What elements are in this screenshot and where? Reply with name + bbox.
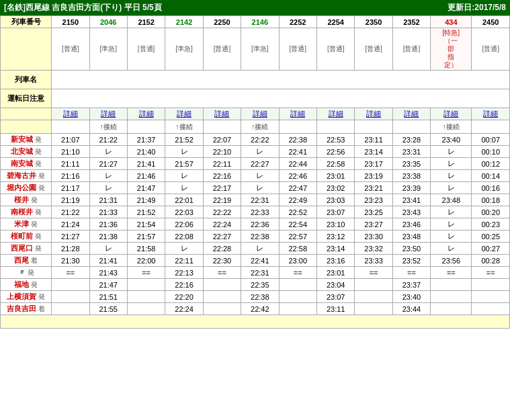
type-2150: [普通]	[52, 28, 89, 71]
detail-2146[interactable]: 詳細	[241, 108, 279, 120]
train-num-2254: 2254	[316, 16, 354, 28]
station-name-sakuramachi: 桜町前 発	[1, 230, 52, 243]
station-row-shinsiro: 新安城 発 21:07 21:22 21:37 21:52 22:07 22:2…	[1, 134, 510, 146]
bottom-spacer	[1, 315, 510, 329]
type-2352: [普通]	[392, 28, 430, 71]
detail-2046[interactable]: 詳細	[89, 108, 127, 120]
train-number-label: 列車番号	[1, 16, 52, 28]
station-row-hekkaikoi: 碧海古井 発 21:16 レ 21:46 レ 22:16 レ 22:46 23:…	[1, 170, 510, 182]
detail-434[interactable]: 詳細	[431, 108, 472, 120]
page-title: [名鉄]西尾線 吉良吉田方面(下り) 平日 5/5頁	[4, 2, 162, 13]
station-name-nishio-dep: 〃 発	[1, 267, 52, 279]
train-num-434: 434	[431, 16, 472, 28]
detail-2250[interactable]: 詳細	[203, 108, 241, 120]
detail-2152[interactable]: 詳細	[127, 108, 165, 120]
conn-2352	[392, 120, 430, 134]
station-row-nishioguchi: 西尾口 発 21:28 レ 21:58 レ 22:28 レ 22:58 23:1…	[1, 243, 510, 255]
station-row-horiuchi: 堀内公園 発 21:17 レ 21:47 レ 22:17 レ 22:47 23:…	[1, 182, 510, 194]
station-row-sakuramachi: 桜町前 発 21:27 21:38 21:57 22:08 22:27 22:3…	[1, 230, 510, 243]
connection-label-empty	[1, 120, 52, 134]
station-row-nishio-dep: 〃 発 == 21:43 == 22:13 == 22:31 == 23:01 …	[1, 267, 510, 279]
type-2252: [普通]	[279, 28, 316, 71]
operation-notice-empty	[52, 89, 510, 108]
header: [名鉄]西尾線 吉良吉田方面(下り) 平日 5/5頁 更新日:2017/5/8	[0, 0, 510, 15]
train-num-2350: 2350	[355, 16, 392, 28]
type-2046: [準急]	[89, 28, 127, 71]
connection-row: ↑接続 ↑接続 ↑接続 ↑接続	[1, 120, 510, 134]
station-row-kitaanjo: 北安城 発 21:10 レ 21:40 レ 22:10 レ 22:41 22:5…	[1, 146, 510, 158]
detail-2450[interactable]: 詳細	[472, 108, 510, 120]
train-name-row: 列車名	[1, 71, 510, 89]
conn-2254	[316, 120, 354, 134]
station-name-fukuchi: 福地 発	[1, 279, 52, 291]
station-name-shinsiro: 新安城 発	[1, 134, 52, 146]
detail-2352[interactable]: 詳細	[392, 108, 430, 120]
conn-2450	[472, 120, 510, 134]
station-name-kitaanjo: 北安城 発	[1, 146, 52, 158]
type-2350: [普通]	[355, 28, 392, 71]
train-num-2150: 2150	[52, 16, 89, 28]
detail-2142[interactable]: 詳細	[165, 108, 203, 120]
station-row-minamisakurai: 南桜井 発 21:22 21:33 21:52 22:03 22:22 22:3…	[1, 206, 510, 218]
train-num-2250: 2250	[203, 16, 241, 28]
conn-2142: ↑接続	[165, 120, 203, 134]
train-num-2450: 2450	[472, 16, 510, 28]
type-434: [特急]（一部指定）	[431, 28, 472, 71]
detail-label-empty	[1, 108, 52, 120]
station-name-sakurai: 桜井 発	[1, 194, 52, 206]
train-num-2046: 2046	[89, 16, 127, 28]
update-date: 更新日:2017/5/8	[448, 2, 506, 13]
station-name-nishio-arr: 西尾 着	[1, 255, 52, 267]
detail-2150[interactable]: 詳細	[52, 108, 89, 120]
train-num-2252: 2252	[279, 16, 316, 28]
station-name-yonetsu: 米津 発	[1, 218, 52, 230]
station-name-minamianjo: 南安城 発	[1, 158, 52, 170]
train-type-label-empty	[1, 28, 52, 71]
station-row-minamianjo: 南安城 発 21:11 21:27 21:41 21:57 22:11 22:2…	[1, 158, 510, 170]
train-num-2152: 2152	[127, 16, 165, 28]
operation-notice-label: 運転日注意	[1, 89, 52, 108]
station-row-kamiyokosuka: 上横須賀 発 21:51 22:20 22:38 23:07 23:40	[1, 291, 510, 303]
station-row-yonetsu: 米津 発 21:24 21:36 21:54 22:06 22:24 22:36…	[1, 218, 510, 230]
conn-2152	[127, 120, 165, 134]
train-num-2142: 2142	[165, 16, 203, 28]
detail-2254[interactable]: 詳細	[316, 108, 354, 120]
timetable: 列車番号 2150 2046 2152 2142 2250 2146 2252 …	[0, 15, 510, 329]
station-row-nishio-arr: 西尾 着 21:30 21:41 22:00 22:11 22:30 22:41…	[1, 255, 510, 267]
conn-2150	[52, 120, 89, 134]
detail-row: 詳細 詳細 詳細 詳細 詳細 詳細 詳細 詳細 詳細 詳細 詳細 詳細	[1, 108, 510, 120]
conn-2046: ↑接続	[89, 120, 127, 134]
station-name-kamiyokosuka: 上横須賀 発	[1, 291, 52, 303]
station-name-hekkaikoi: 碧海古井 発	[1, 170, 52, 182]
conn-2252	[279, 120, 316, 134]
type-2250: [普通]	[203, 28, 241, 71]
station-name-horiuchi: 堀内公園 発	[1, 182, 52, 194]
type-2254: [普通]	[316, 28, 354, 71]
station-name-kirayoshida: 吉良吉田 着	[1, 303, 52, 315]
train-name-label: 列車名	[1, 71, 52, 89]
detail-2350[interactable]: 詳細	[355, 108, 392, 120]
station-row-kirayoshida: 吉良吉田 着 21:55 22:24 22:42 23:11 23:44	[1, 303, 510, 315]
train-type-row: [普通] [準急] [普通] [準急] [普通] [準急] [普通] [普通] …	[1, 28, 510, 71]
conn-2250	[203, 120, 241, 134]
conn-2350	[355, 120, 392, 134]
train-num-2146: 2146	[241, 16, 279, 28]
station-row-sakurai: 桜井 発 21:19 21:31 21:49 22:01 22:19 22:31…	[1, 194, 510, 206]
conn-434: ↑接続	[431, 120, 472, 134]
station-row-fukuchi: 福地 発 21:47 22:16 22:35 23:04 23:37	[1, 279, 510, 291]
station-name-minamisakurai: 南桜井 発	[1, 206, 52, 218]
operation-notice-row: 運転日注意	[1, 89, 510, 108]
conn-2146: ↑接続	[241, 120, 279, 134]
station-name-nishioguchi: 西尾口 発	[1, 243, 52, 255]
detail-2252[interactable]: 詳細	[279, 108, 316, 120]
type-2146: [準急]	[241, 28, 279, 71]
type-2152: [普通]	[127, 28, 165, 71]
train-num-2352: 2352	[392, 16, 430, 28]
type-2450: [普通]	[472, 28, 510, 71]
type-2142: [準急]	[165, 28, 203, 71]
train-name-empty	[52, 71, 510, 89]
train-number-row: 列車番号 2150 2046 2152 2142 2250 2146 2252 …	[1, 16, 510, 28]
